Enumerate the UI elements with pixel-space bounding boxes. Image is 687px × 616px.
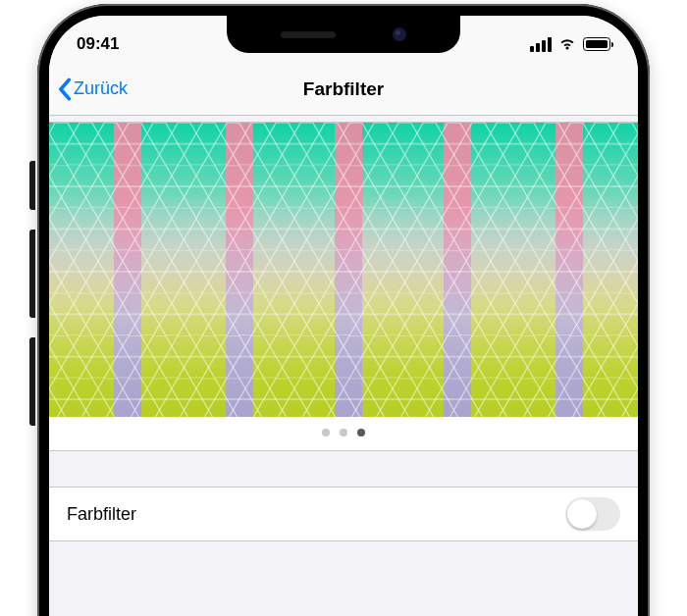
color-filters-toggle[interactable] <box>565 497 620 531</box>
screen: 09:41 Zurück Farbfilter <box>49 16 638 616</box>
status-right <box>530 37 610 52</box>
page-dot[interactable] <box>340 429 347 436</box>
page-dot[interactable] <box>322 429 330 436</box>
battery-icon <box>583 37 610 51</box>
preview-color-column <box>226 123 253 417</box>
preview-color-column <box>555 123 583 417</box>
speaker <box>281 31 336 38</box>
wifi-icon <box>558 37 576 51</box>
toggle-label: Farbfilter <box>67 504 136 525</box>
status-time: 09:41 <box>77 34 119 54</box>
chevron-left-icon <box>57 77 72 101</box>
notch <box>227 16 460 53</box>
preview-color-column <box>444 123 471 417</box>
page-dots <box>49 417 638 450</box>
preview-color-column <box>114 123 141 417</box>
preview-color-column <box>335 123 362 417</box>
phone-frame: 09:41 Zurück Farbfilter <box>37 4 650 616</box>
side-button <box>29 337 35 426</box>
cellular-icon <box>530 37 552 52</box>
front-camera <box>393 27 406 41</box>
nav-bar: Zurück Farbfilter <box>49 63 638 116</box>
page-dot-active[interactable] <box>357 429 365 436</box>
preview-panel <box>49 122 638 451</box>
color-filters-preview[interactable] <box>49 123 638 417</box>
page-title: Farbfilter <box>303 78 384 100</box>
back-button[interactable]: Zurück <box>57 77 128 101</box>
color-filters-row: Farbfilter <box>49 487 638 541</box>
back-label: Zurück <box>74 78 128 99</box>
